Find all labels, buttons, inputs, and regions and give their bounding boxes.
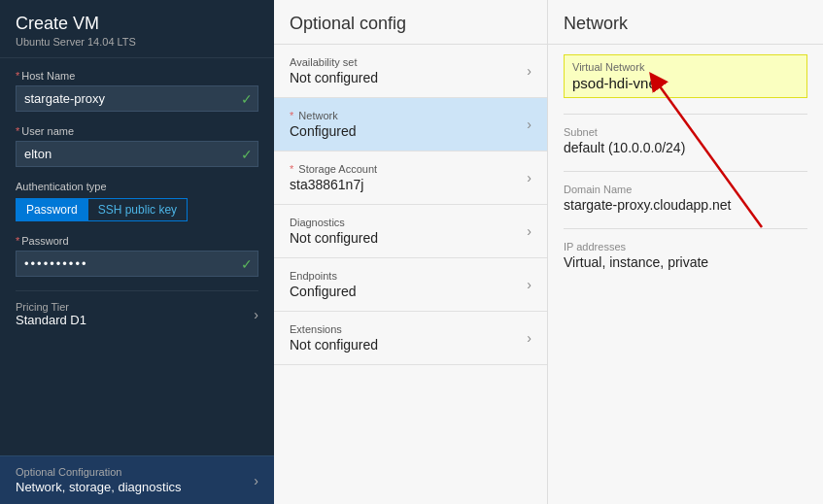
optional-config-title: Optional config — [290, 14, 532, 34]
subnet-field: Subnet default (10.0.0.0/24) — [564, 126, 807, 155]
divider-1 — [564, 114, 807, 115]
pricing-tier-row[interactable]: Pricing Tier Standard D1 › — [16, 290, 258, 337]
auth-type-group: Authentication type Password SSH public … — [16, 181, 258, 221]
network-config-value: Configured — [290, 123, 357, 139]
config-item-extensions[interactable]: Extensions Not configured › — [274, 312, 547, 365]
endpoints-label: Endpoints — [290, 270, 357, 282]
availability-set-label: Availability set — [290, 56, 378, 68]
config-item-availability-set[interactable]: Availability set Not configured › — [274, 45, 547, 98]
password-group: *Password ✓ — [16, 235, 258, 277]
network-header: Network — [548, 0, 823, 45]
availability-set-value: Not configured — [290, 70, 378, 85]
create-vm-panel: Create VM Ubuntu Server 14.04 LTS *Host … — [0, 0, 274, 504]
network-config-label: * Network — [290, 110, 357, 121]
optional-config-value: Network, storage, diagnostics — [16, 480, 182, 494]
config-item-endpoints[interactable]: Endpoints Configured › — [274, 258, 547, 312]
divider-3 — [564, 228, 807, 229]
username-input[interactable] — [16, 141, 258, 167]
extensions-label: Extensions — [290, 323, 378, 335]
hostname-input[interactable] — [16, 85, 258, 112]
pricing-tier-value: Standard D1 — [16, 313, 86, 327]
ip-addresses-field: IP addresses Virtual, instance, private — [564, 241, 807, 270]
create-vm-form: *Host Name ✓ *User name ✓ Authentication… — [0, 58, 274, 455]
diagnostics-label: Diagnostics — [290, 217, 378, 228]
network-config-chevron-icon: › — [527, 117, 532, 132]
password-input-wrap: ✓ — [16, 251, 258, 277]
optional-config-text: Optional Configuration Network, storage,… — [16, 466, 182, 494]
hostname-input-wrap: ✓ — [16, 85, 258, 112]
config-item-network[interactable]: * Network Configured › — [274, 98, 547, 151]
hostname-check-icon: ✓ — [241, 91, 253, 107]
virtual-network-field: Virtual Network psod-hdi-vnet — [564, 54, 807, 98]
hostname-label: *Host Name — [16, 70, 258, 82]
virtual-network-value: psod-hdi-vnet — [572, 75, 799, 91]
username-check-icon: ✓ — [241, 147, 253, 162]
subnet-label: Subnet — [564, 126, 807, 138]
pricing-tier-chevron-icon: › — [254, 307, 258, 322]
endpoints-value: Configured — [290, 284, 357, 299]
config-item-storage[interactable]: * Storage Account sta38861n7j › — [274, 151, 547, 205]
username-label: *User name — [16, 125, 258, 137]
diagnostics-chevron-icon: › — [527, 223, 532, 239]
username-group: *User name ✓ — [16, 125, 258, 167]
auth-ssh-button[interactable]: SSH public key — [88, 198, 188, 221]
extensions-value: Not configured — [290, 337, 378, 353]
diagnostics-value: Not configured — [290, 230, 378, 246]
domain-name-field: Domain Name stargate-proxy.cloudapp.net — [564, 184, 807, 213]
network-title: Network — [564, 14, 807, 34]
optional-config-chevron-icon: › — [254, 473, 258, 488]
auth-type-label: Authentication type — [16, 181, 258, 192]
ip-addresses-label: IP addresses — [564, 241, 807, 252]
username-input-wrap: ✓ — [16, 141, 258, 167]
optional-config-header: Optional config — [274, 0, 547, 45]
create-vm-title: Create VM — [16, 14, 258, 34]
create-vm-header: Create VM Ubuntu Server 14.04 LTS — [0, 0, 274, 58]
optional-config-label: Optional Configuration — [16, 466, 182, 478]
password-label: *Password — [16, 235, 258, 247]
domain-name-label: Domain Name — [564, 184, 807, 195]
auth-type-buttons: Password SSH public key — [16, 198, 258, 221]
network-panel: Network Virtual Network psod-hdi-vnet Su… — [548, 0, 823, 504]
storage-chevron-icon: › — [527, 170, 532, 185]
endpoints-chevron-icon: › — [527, 277, 532, 292]
optional-config-panel: Optional config Availability set Not con… — [274, 0, 548, 504]
network-body: Virtual Network psod-hdi-vnet Subnet def… — [548, 45, 823, 504]
password-input[interactable] — [16, 251, 258, 277]
config-list: Availability set Not configured › * Netw… — [274, 45, 547, 504]
password-check-icon: ✓ — [241, 256, 253, 272]
pricing-tier-label: Pricing Tier — [16, 301, 86, 313]
hostname-group: *Host Name ✓ — [16, 70, 258, 112]
subnet-value: default (10.0.0.0/24) — [564, 140, 807, 155]
divider-2 — [564, 171, 807, 172]
storage-label: * Storage Account — [290, 163, 377, 175]
ip-addresses-value: Virtual, instance, private — [564, 254, 807, 270]
create-vm-subtitle: Ubuntu Server 14.04 LTS — [16, 36, 258, 48]
availability-set-chevron-icon: › — [527, 63, 532, 79]
auth-password-button[interactable]: Password — [16, 198, 88, 221]
extensions-chevron-icon: › — [527, 330, 532, 346]
domain-name-value: stargate-proxy.cloudapp.net — [564, 197, 807, 213]
optional-config-row[interactable]: Optional Configuration Network, storage,… — [0, 455, 274, 504]
storage-value: sta38861n7j — [290, 177, 377, 192]
virtual-network-label: Virtual Network — [572, 61, 799, 73]
pricing-tier-text: Pricing Tier Standard D1 — [16, 301, 86, 327]
config-item-diagnostics[interactable]: Diagnostics Not configured › — [274, 205, 547, 258]
